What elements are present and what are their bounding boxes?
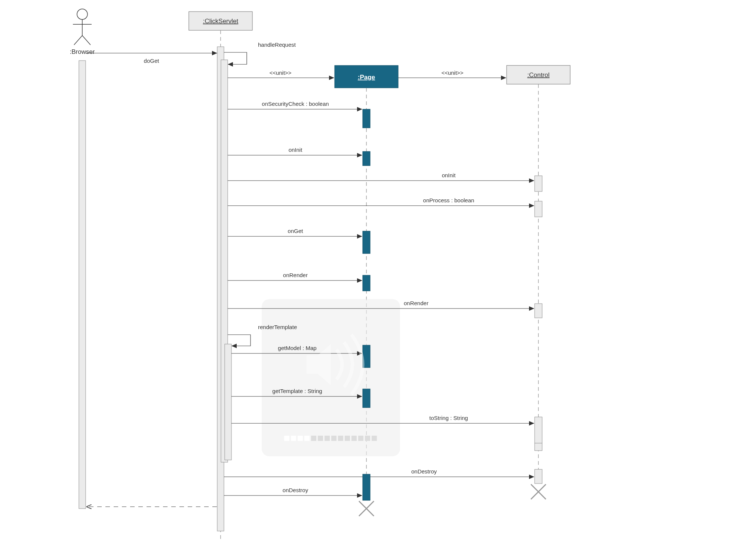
svg-rect-10: [311, 436, 316, 441]
msg-onprocess-label: onProcess : boolean: [423, 197, 474, 203]
act-tostring: [535, 417, 542, 451]
msg-onrender2-label: onRender: [404, 300, 428, 306]
svg-rect-7: [291, 436, 296, 441]
msg-oninit2-label: onInit: [442, 172, 456, 178]
msg-unit1-label: <<unit>>: [269, 70, 291, 76]
svg-point-0: [77, 9, 87, 19]
destroy-control: [531, 484, 546, 499]
msg-onsec-label: onSecurityCheck : boolean: [262, 101, 329, 107]
clickservlet-label: :ClickServlet: [203, 18, 239, 25]
msg-tostring-label: toString : String: [429, 415, 468, 421]
control-label: :Control: [527, 71, 550, 79]
msg-onrender1-label: onRender: [283, 272, 308, 278]
act-onprocess: [535, 201, 542, 217]
msg-ondestroy2-label: onDestroy: [283, 487, 308, 493]
msg-doget-label: doGet: [144, 58, 160, 64]
act-oninit-ctrl: [535, 176, 542, 191]
browser-label: :Browser: [70, 48, 95, 55]
act-ondestroy-page: [363, 474, 370, 500]
svg-rect-16: [351, 436, 357, 441]
msg-gettemplate-label: getTemplate : String: [272, 388, 322, 394]
act-onsec: [363, 109, 370, 128]
msg-rendertemplate-label: renderTemplate: [258, 324, 297, 330]
svg-rect-17: [358, 436, 363, 441]
svg-rect-18: [365, 436, 370, 441]
sequence-diagram: :Browser :ClickServlet :Page :Control do…: [0, 0, 756, 540]
act-onrender-page: [363, 275, 370, 291]
svg-rect-12: [325, 436, 330, 441]
msg-oninit1-label: onInit: [289, 147, 303, 153]
svg-rect-8: [298, 436, 303, 441]
actor-browser: [73, 9, 92, 45]
act-onget: [363, 231, 370, 254]
destroy-page: [359, 501, 374, 516]
act-ondestroy-ctrl: [535, 469, 542, 484]
svg-line-3: [74, 36, 82, 45]
act-oninit-page: [363, 151, 370, 166]
act-onrender-ctrl: [535, 304, 542, 318]
svg-rect-19: [372, 436, 377, 441]
msg-getmodel-label: getModel : Map: [278, 345, 316, 351]
svg-rect-9: [304, 436, 310, 441]
svg-rect-6: [284, 436, 289, 441]
msg-unit2-label: <<unit>>: [441, 70, 463, 76]
svg-line-4: [82, 36, 90, 45]
activation-browser: [79, 61, 86, 509]
act-rendertemplate: [225, 344, 231, 460]
svg-rect-15: [345, 436, 350, 441]
msg-handlerequest-label: handleRequest: [258, 42, 296, 48]
svg-rect-14: [338, 436, 343, 441]
page-label: :Page: [358, 74, 375, 81]
msg-ondestroy1-label: onDestroy: [411, 468, 437, 475]
svg-rect-13: [331, 436, 336, 441]
svg-rect-11: [318, 436, 323, 441]
msg-onget-label: onGet: [288, 228, 304, 234]
act-gettemplate: [363, 389, 370, 408]
